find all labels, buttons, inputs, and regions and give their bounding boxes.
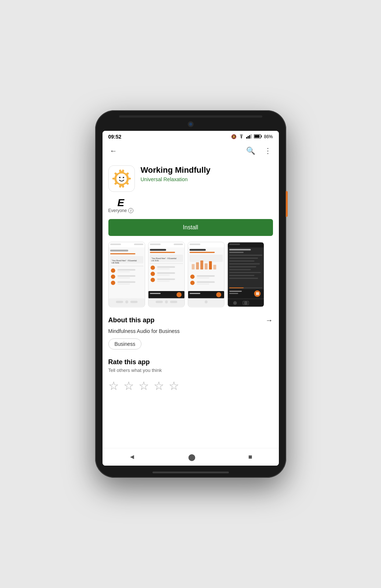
svg-rect-85 xyxy=(228,243,264,248)
svg-rect-70 xyxy=(205,263,208,270)
svg-point-8 xyxy=(116,173,127,184)
about-section-header: About this app → xyxy=(108,316,273,325)
svg-rect-100 xyxy=(229,293,238,294)
home-nav-button[interactable]: ⬤ xyxy=(188,453,195,461)
svg-rect-65 xyxy=(189,252,215,253)
svg-rect-91 xyxy=(229,261,254,262)
svg-rect-67 xyxy=(191,264,194,270)
side-button xyxy=(286,191,288,217)
age-badge: E Everyone i xyxy=(108,198,134,213)
svg-rect-99 xyxy=(229,291,241,292)
svg-rect-12 xyxy=(109,243,145,306)
svg-rect-69 xyxy=(200,261,203,270)
svg-rect-32 xyxy=(116,301,123,303)
svg-text:"Your Brand Here" - 8 Essentia: "Your Brand Here" - 8 Essential xyxy=(151,258,176,259)
screenshots-container: "Your Brand Here" - 8 Essential Life Ski… xyxy=(108,242,273,309)
signal-icon xyxy=(246,134,252,140)
svg-rect-66 xyxy=(189,255,222,262)
app-content: Working Mindfully Universal Relaxation E… xyxy=(103,159,279,448)
svg-point-34 xyxy=(125,301,128,304)
more-options-button[interactable]: ⋮ xyxy=(263,145,273,157)
svg-rect-86 xyxy=(229,244,240,245)
rate-section: Rate this app Tell others what you think… xyxy=(108,358,273,393)
screenshot-3 xyxy=(188,242,224,307)
svg-point-60 xyxy=(165,301,168,304)
svg-text:Life Skills: Life Skills xyxy=(151,260,159,262)
svg-rect-33 xyxy=(130,301,137,303)
svg-rect-77 xyxy=(197,282,215,283)
info-icon[interactable]: i xyxy=(128,208,133,213)
svg-point-107 xyxy=(233,301,237,305)
install-button[interactable]: Install xyxy=(108,219,273,236)
svg-rect-2 xyxy=(248,136,249,139)
svg-rect-27 xyxy=(117,277,130,279)
svg-rect-78 xyxy=(197,284,209,285)
svg-rect-37 xyxy=(150,244,160,245)
svg-point-28 xyxy=(111,281,115,285)
svg-point-81 xyxy=(216,292,221,297)
svg-rect-26 xyxy=(117,275,135,277)
phone-device: 09:52 🔕 86% ← 🔍 ⋮ xyxy=(95,110,286,478)
rate-subtitle: Tell others what you think xyxy=(108,368,273,373)
svg-rect-14 xyxy=(110,244,121,245)
svg-rect-52 xyxy=(157,279,175,280)
status-icons: 🔕 86% xyxy=(231,134,273,140)
svg-rect-74 xyxy=(197,275,215,277)
svg-text:Life Skills: Life Skills xyxy=(111,262,119,264)
app-developer: Universal Relaxation xyxy=(141,176,273,182)
svg-rect-95 xyxy=(229,272,260,273)
star-3-button[interactable]: ☆ xyxy=(139,379,149,393)
svg-point-73 xyxy=(190,275,194,279)
search-button[interactable]: 🔍 xyxy=(245,145,257,157)
svg-rect-49 xyxy=(157,272,175,274)
about-arrow-icon[interactable]: → xyxy=(266,316,273,325)
svg-rect-21 xyxy=(110,266,143,266)
svg-rect-68 xyxy=(196,262,199,270)
recents-nav-button[interactable]: ■ xyxy=(248,453,252,461)
svg-rect-71 xyxy=(209,261,212,270)
svg-rect-102 xyxy=(256,292,257,295)
svg-rect-1 xyxy=(246,137,247,139)
app-icon xyxy=(111,168,133,190)
svg-rect-62 xyxy=(188,243,224,248)
svg-rect-17 xyxy=(110,253,135,254)
phone-bottom-bar xyxy=(152,472,229,473)
star-4-button[interactable]: ☆ xyxy=(154,379,164,393)
age-letter: E xyxy=(118,198,125,208)
svg-point-48 xyxy=(150,272,155,276)
svg-point-10 xyxy=(123,177,124,178)
svg-rect-97 xyxy=(229,278,258,279)
svg-rect-23 xyxy=(117,269,135,270)
star-5-button[interactable]: ☆ xyxy=(169,379,179,393)
category-tag[interactable]: Business xyxy=(108,338,142,349)
about-title: About this app xyxy=(108,316,155,324)
svg-rect-89 xyxy=(229,255,262,256)
screenshot-4 xyxy=(227,242,264,307)
svg-rect-46 xyxy=(157,266,175,268)
svg-point-76 xyxy=(190,281,194,285)
svg-rect-6 xyxy=(261,135,262,137)
svg-rect-15 xyxy=(134,244,143,245)
svg-rect-30 xyxy=(117,284,130,285)
mute-icon: 🔕 xyxy=(231,134,237,139)
svg-rect-47 xyxy=(157,268,169,269)
age-label: Everyone i xyxy=(108,208,134,213)
battery-percent: 86% xyxy=(264,134,273,139)
app-name: Working Mindfully xyxy=(141,165,273,175)
svg-rect-96 xyxy=(229,275,254,276)
svg-rect-90 xyxy=(229,258,258,259)
phone-top-bar xyxy=(119,115,262,118)
star-1-button[interactable]: ☆ xyxy=(108,379,119,393)
svg-rect-72 xyxy=(213,265,216,270)
back-button[interactable]: ← xyxy=(108,145,119,157)
status-bar: 09:52 🔕 86% xyxy=(103,131,279,142)
svg-point-0 xyxy=(241,138,242,139)
star-2-button[interactable]: ☆ xyxy=(123,379,134,393)
app-meta: E Everyone i xyxy=(108,198,273,213)
back-nav-button[interactable]: ◄ xyxy=(129,453,135,461)
app-header: Working Mindfully Universal Relaxation xyxy=(108,165,273,192)
rate-title: Rate this app xyxy=(108,358,273,366)
svg-rect-36 xyxy=(148,243,184,248)
app-title-area: Working Mindfully Universal Relaxation xyxy=(141,165,273,182)
svg-rect-53 xyxy=(157,281,169,282)
